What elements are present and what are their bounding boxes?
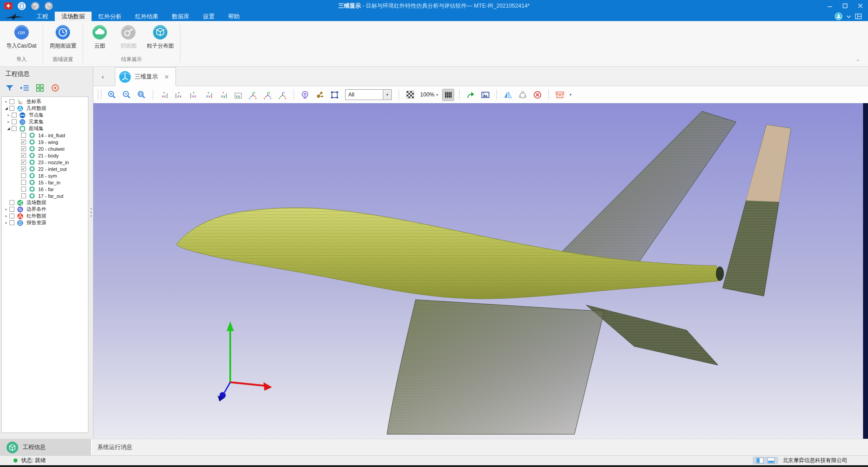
ribbon-button-cloud-map[interactable]: 云图 bbox=[86, 24, 114, 51]
tree-checkbox[interactable] bbox=[21, 173, 26, 178]
theme-circle-icon[interactable] bbox=[835, 13, 842, 20]
box-zoom-icon[interactable] bbox=[329, 89, 341, 101]
menu-item-6[interactable]: 设置 bbox=[196, 12, 221, 21]
view-front-icon[interactable]: yzx bbox=[173, 89, 185, 101]
tree-checkbox[interactable]: ✓ bbox=[21, 153, 26, 158]
combo-dropdown-icon[interactable]: ▾ bbox=[383, 90, 391, 100]
surface-filter-select[interactable]: All▾ bbox=[345, 89, 392, 100]
collapsed-arrow-icon[interactable]: ▸ bbox=[6, 120, 11, 124]
undo-icon[interactable] bbox=[31, 2, 39, 10]
tree-item[interactable]: 流场数据 bbox=[2, 199, 88, 206]
ribbon-button-particle-dist[interactable]: 粒子分布图 bbox=[143, 24, 177, 51]
tree-item[interactable]: ▸元素集 bbox=[2, 118, 88, 125]
tree-item[interactable]: ✓20 - chuiwei bbox=[2, 145, 88, 152]
ribbon-button-cas-import[interactable]: cas导入Cas/Dat bbox=[3, 24, 40, 51]
menu-item-7[interactable]: 帮助 bbox=[221, 12, 246, 21]
pane-left-icon[interactable] bbox=[756, 458, 763, 463]
tree-item[interactable]: ▸Yzx坐标系 bbox=[2, 98, 88, 105]
tab-close-icon[interactable]: ✕ bbox=[164, 74, 169, 80]
bottom-tab-project-info[interactable]: 工程信息 bbox=[0, 439, 92, 455]
tree-checkbox[interactable]: ✓ bbox=[21, 166, 26, 171]
app-logo-icon[interactable] bbox=[4, 2, 13, 10]
menu-item-5[interactable]: 数据库 bbox=[165, 12, 196, 21]
tree-item[interactable]: ▸红外数据 bbox=[2, 213, 88, 219]
tree-checkbox[interactable]: ✓ bbox=[21, 146, 26, 151]
tree-item[interactable]: ◢面域集 bbox=[2, 125, 88, 132]
transparency-icon[interactable] bbox=[404, 89, 416, 101]
target-icon[interactable] bbox=[50, 83, 60, 93]
grid-view-icon[interactable] bbox=[35, 83, 45, 93]
close-icon[interactable] bbox=[853, 0, 868, 12]
collapsed-arrow-icon[interactable]: ▸ bbox=[6, 113, 11, 117]
maximize-icon[interactable] bbox=[837, 0, 853, 12]
tree-item[interactable]: ▸报告资源 bbox=[2, 219, 88, 226]
tree-checkbox[interactable] bbox=[9, 99, 14, 104]
view-bottom-icon[interactable]: xzy bbox=[217, 89, 229, 101]
tree-checkbox[interactable] bbox=[9, 207, 14, 212]
collapsed-arrow-icon[interactable]: ▸ bbox=[4, 221, 9, 225]
tree-item[interactable]: ▸节点集 bbox=[2, 112, 88, 118]
tree-item[interactable]: 15 - far_in bbox=[2, 179, 88, 186]
menu-item-2[interactable]: 流场数据 bbox=[55, 12, 92, 21]
zoom-out-icon[interactable] bbox=[121, 89, 133, 101]
tree-item[interactable]: ✓22 - inlet_out bbox=[2, 166, 88, 172]
tree-checkbox[interactable] bbox=[12, 119, 17, 124]
particle-trace-icon[interactable] bbox=[314, 89, 326, 101]
tree-item[interactable]: ✓23 - nozzle_in bbox=[2, 159, 88, 166]
menu-item-4[interactable]: 红外结果 bbox=[128, 12, 165, 21]
snapshot-icon[interactable] bbox=[479, 89, 491, 101]
new-doc-icon[interactable] bbox=[18, 2, 26, 10]
collapsed-arrow-icon[interactable]: ▸ bbox=[4, 100, 9, 104]
collapsed-arrow-icon[interactable]: ▸ bbox=[4, 214, 9, 218]
tree-checkbox[interactable] bbox=[9, 214, 14, 218]
layout-grid-icon[interactable] bbox=[855, 13, 862, 19]
tree-item[interactable]: 14 - int_fluid bbox=[2, 132, 88, 139]
tree-item[interactable]: 16 - far bbox=[2, 186, 88, 192]
tree-checkbox[interactable] bbox=[9, 200, 14, 205]
tree-checkbox[interactable] bbox=[12, 113, 17, 118]
redo-icon[interactable] bbox=[44, 2, 53, 10]
zoom-level-dropdown[interactable]: 100%▾ bbox=[420, 92, 438, 98]
tab-scroll-left-icon[interactable]: ‹ bbox=[96, 67, 110, 86]
mirror-icon[interactable] bbox=[502, 89, 514, 101]
tree-checkbox[interactable] bbox=[9, 220, 14, 225]
view-back-icon[interactable]: yxz bbox=[158, 89, 170, 101]
zoom-in-icon[interactable] bbox=[106, 89, 118, 101]
clear-icon[interactable] bbox=[531, 89, 544, 101]
toolbar-grip[interactable] bbox=[98, 90, 101, 100]
tree-item[interactable]: ▸边界条件 bbox=[2, 206, 88, 213]
tree-checkbox[interactable] bbox=[12, 126, 17, 131]
tree-item[interactable]: ✓19 - wing bbox=[2, 139, 88, 145]
pane-bottom-icon[interactable] bbox=[767, 458, 775, 463]
collapse-list-icon[interactable] bbox=[20, 83, 30, 93]
ribbon-button-periodic-face[interactable]: 周期面设置 bbox=[46, 24, 80, 51]
menu-item-3[interactable]: 红外分析 bbox=[92, 12, 128, 21]
minimize-icon[interactable] bbox=[822, 0, 837, 12]
view-iso-side-icon[interactable]: zyx bbox=[276, 89, 289, 101]
view-top-icon[interactable]: zy bbox=[232, 89, 244, 101]
panel-splitter[interactable]: ••• bbox=[89, 207, 93, 219]
view-right-icon[interactable]: yzx bbox=[202, 89, 215, 101]
tab-3d-display[interactable]: 三维显示 ✕ bbox=[115, 67, 176, 86]
share-icon[interactable] bbox=[465, 89, 477, 101]
collapsed-arrow-icon[interactable]: ▸ bbox=[4, 207, 9, 211]
tree-checkbox[interactable] bbox=[9, 106, 14, 111]
menu-item-1[interactable]: 工程 bbox=[30, 12, 55, 21]
expanded-arrow-icon[interactable]: ◢ bbox=[6, 127, 11, 131]
grid-icon[interactable] bbox=[442, 89, 454, 101]
expanded-arrow-icon[interactable]: ◢ bbox=[4, 106, 9, 110]
archive-icon[interactable] bbox=[554, 89, 566, 101]
tree-checkbox[interactable]: ✓ bbox=[21, 140, 26, 144]
viewport-3d-canvas[interactable] bbox=[93, 103, 868, 439]
zoom-fit-icon[interactable] bbox=[136, 89, 148, 101]
tree-checkbox[interactable]: ✓ bbox=[21, 160, 26, 165]
view-iso-front-icon[interactable]: yzx bbox=[247, 89, 259, 101]
tree-checkbox[interactable] bbox=[21, 193, 26, 198]
view-iso-back-icon[interactable]: yxz bbox=[262, 89, 274, 101]
tree-item[interactable]: ✓21 - body bbox=[2, 152, 88, 159]
tree-checkbox[interactable] bbox=[21, 187, 26, 192]
view-left-icon[interactable]: yxz bbox=[188, 89, 200, 101]
tree-checkbox[interactable] bbox=[21, 133, 26, 138]
archive-dropdown-icon[interactable]: ▾ bbox=[570, 92, 572, 97]
tree-item[interactable]: ◢几何数据 bbox=[2, 105, 88, 112]
